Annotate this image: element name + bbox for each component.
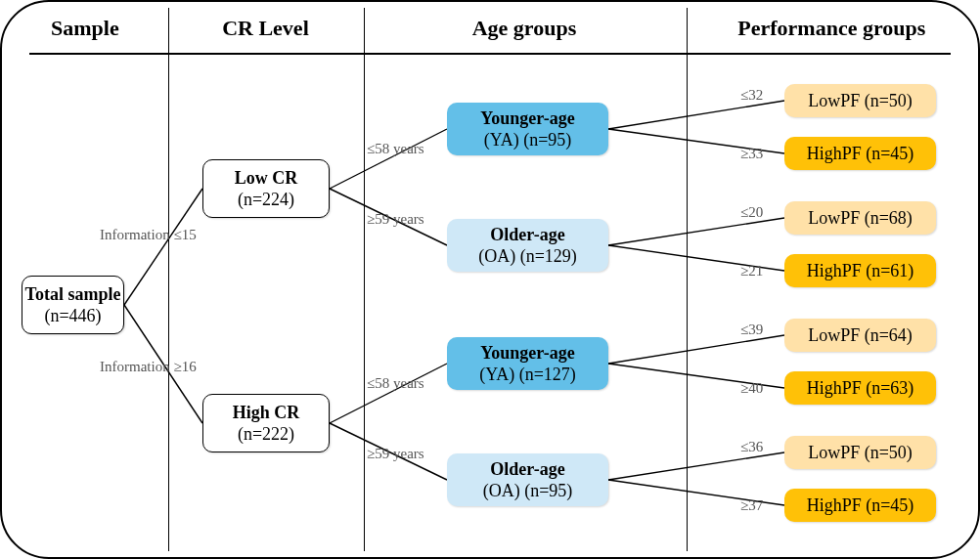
edge-label: ≤58 years: [367, 141, 424, 157]
node-label: HighPF (n=61): [807, 260, 914, 282]
node-label: Total sample: [25, 283, 121, 306]
edge-label: ≤20: [740, 204, 763, 221]
svg-line-2: [330, 129, 447, 189]
node-highpf: HighPF (n=45): [784, 137, 936, 170]
svg-line-10: [608, 335, 784, 364]
svg-line-8: [608, 218, 784, 245]
edge-label: ≤32: [740, 87, 763, 104]
edge-label-info-low: Information ≤15: [100, 227, 197, 243]
header-age-groups: Age groups: [363, 16, 685, 41]
node-label: Younger-age: [480, 342, 574, 365]
node-lowpf: LowPF (n=68): [784, 201, 936, 235]
node-label: High CR: [233, 402, 300, 424]
node-highpf: HighPF (n=61): [784, 254, 936, 287]
svg-line-0: [124, 189, 202, 305]
node-low-cr: Low CR (n=224): [202, 159, 330, 218]
edge-label: ≥59 years: [367, 211, 424, 228]
node-label: LowPF (n=68): [808, 207, 913, 230]
edge-label: ≥59 years: [367, 446, 424, 462]
node-lowcr-oa: Older-age (OA) (n=129): [447, 219, 608, 272]
node-sub: (YA) (n=95): [484, 129, 572, 151]
node-highpf: HighPF (n=63): [784, 371, 936, 405]
node-n: (n=222): [238, 423, 294, 446]
node-label: LowPF (n=64): [808, 324, 913, 347]
node-label: HighPF (n=45): [807, 494, 914, 517]
node-label: HighPF (n=63): [807, 377, 914, 400]
col-divider-1: [168, 8, 169, 551]
node-label: HighPF (n=45): [807, 143, 914, 165]
node-highpf: HighPF (n=45): [784, 489, 936, 522]
node-n: (n=446): [44, 305, 101, 327]
node-label: LowPF (n=50): [808, 90, 913, 112]
node-highcr-ya: Younger-age (YA) (n=127): [447, 337, 608, 390]
node-sub: (OA) (n=129): [478, 245, 577, 268]
edge-label: ≤36: [740, 439, 763, 455]
node-total-sample: Total sample (n=446): [22, 276, 124, 334]
node-sub: (OA) (n=95): [483, 480, 573, 502]
node-highcr-oa: Older-age (OA) (n=95): [447, 453, 608, 506]
node-label: Low CR: [235, 167, 298, 190]
edge-label: ≥37: [740, 497, 763, 514]
svg-line-4: [330, 364, 447, 423]
edge-label: ≤39: [740, 322, 763, 338]
header-sample: Sample: [2, 16, 168, 41]
header-performance-groups: Performance groups: [686, 16, 978, 41]
node-lowpf: LowPF (n=64): [784, 319, 936, 352]
node-lowpf: LowPF (n=50): [784, 84, 936, 117]
edge-label: ≤58 years: [367, 375, 424, 392]
node-label: Older-age: [490, 458, 564, 481]
edge-label: ≥21: [740, 263, 763, 280]
node-lowpf: LowPF (n=50): [784, 436, 936, 469]
edge-label: ≥33: [740, 146, 763, 162]
node-label: LowPF (n=50): [808, 442, 913, 464]
svg-line-6: [608, 101, 784, 129]
node-sub: (YA) (n=127): [479, 364, 576, 386]
node-lowcr-ya: Younger-age (YA) (n=95): [447, 103, 608, 155]
column-headers: Sample CR Level Age groups Performance g…: [2, 16, 978, 41]
diagram-frame: Sample CR Level Age groups Performance g…: [0, 0, 980, 559]
svg-line-12: [608, 452, 784, 480]
col-divider-3: [687, 8, 688, 551]
node-label: Younger-age: [480, 108, 574, 130]
node-high-cr: High CR (n=222): [202, 394, 330, 452]
header-cr-level: CR Level: [168, 16, 364, 41]
edge-label: ≥40: [740, 380, 763, 397]
col-divider-2: [364, 8, 365, 551]
node-label: Older-age: [490, 224, 564, 246]
edge-label-info-high: Information ≥16: [100, 359, 197, 375]
node-n: (n=224): [238, 189, 294, 211]
